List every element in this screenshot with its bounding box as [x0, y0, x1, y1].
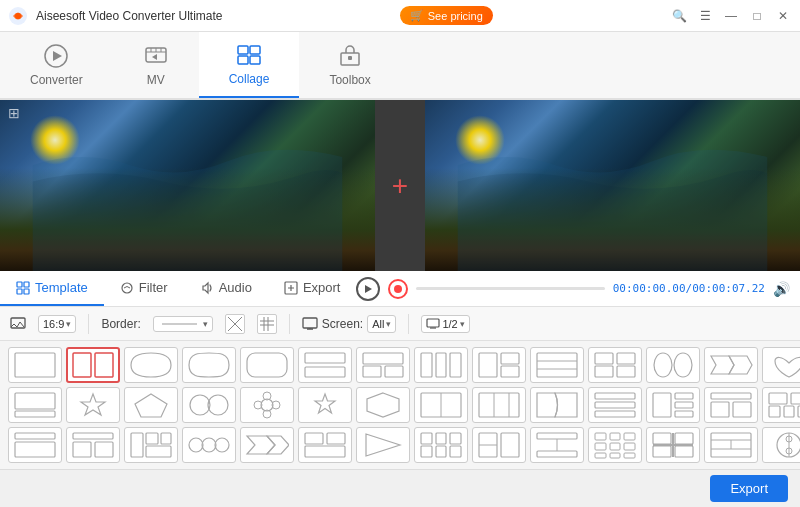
svg-point-1: [15, 13, 21, 19]
template-curved-1[interactable]: [124, 347, 178, 383]
svg-rect-101: [450, 446, 461, 457]
template-rounded-1[interactable]: [240, 347, 294, 383]
bottom-panel: Template Filter Audio Export: [0, 271, 800, 507]
svg-rect-98: [450, 433, 461, 444]
pattern-btn-1[interactable]: [225, 314, 245, 334]
template-yin-yang[interactable]: [762, 427, 800, 463]
template-three-alt[interactable]: [704, 427, 758, 463]
border-label: Border:: [101, 317, 140, 331]
title-bar-left: Aiseesoft Video Converter Ultimate: [8, 6, 223, 26]
template-mixed-2[interactable]: [704, 387, 758, 423]
screen-icon: [302, 317, 318, 331]
template-three-v[interactable]: [414, 347, 468, 383]
screen-select[interactable]: All ▾: [367, 315, 396, 333]
pricing-icon: 🛒: [410, 9, 424, 22]
title-bar-right: 🔍 ☰ — □ ✕: [670, 7, 792, 25]
template-two-vertical[interactable]: [66, 347, 120, 383]
timeline-bar[interactable]: [416, 287, 604, 290]
template-side-split[interactable]: [472, 347, 526, 383]
ctrl-tab-template[interactable]: Template: [0, 271, 104, 306]
template-mixed-1[interactable]: [646, 387, 700, 423]
main-content: ⊞ + Template Filter: [0, 100, 800, 507]
play-button[interactable]: [356, 277, 380, 301]
template-v-mixed[interactable]: [472, 427, 526, 463]
template-play-arrow[interactable]: [356, 427, 410, 463]
tab-mv[interactable]: MV: [113, 32, 199, 98]
search-button[interactable]: 🔍: [670, 7, 688, 25]
template-three-split[interactable]: [66, 427, 120, 463]
svg-rect-119: [653, 446, 671, 457]
template-wave-split[interactable]: [530, 387, 584, 423]
template-badge[interactable]: [356, 387, 410, 423]
svg-rect-116: [624, 453, 635, 458]
ctrl-tab-filter[interactable]: Filter: [104, 271, 184, 306]
template-oval-h[interactable]: [646, 347, 700, 383]
menu-button[interactable]: ☰: [696, 7, 714, 25]
tab-toolbox[interactable]: Toolbox: [299, 32, 400, 98]
svg-rect-14: [24, 289, 29, 294]
close-button[interactable]: ✕: [774, 7, 792, 25]
ctrl-tab-export[interactable]: Export: [268, 271, 357, 306]
export-button[interactable]: Export: [710, 475, 788, 502]
minimize-button[interactable]: —: [722, 7, 740, 25]
template-arrow-right[interactable]: [240, 427, 294, 463]
svg-rect-51: [15, 393, 55, 409]
template-heart[interactable]: [762, 347, 800, 383]
template-arrow-shape[interactable]: [704, 347, 758, 383]
svg-rect-28: [73, 353, 91, 377]
svg-rect-41: [501, 366, 519, 377]
ctrl-tab-audio[interactable]: Audio: [184, 271, 268, 306]
template-circles-three[interactable]: [182, 427, 236, 463]
pattern-btn-2[interactable]: [257, 314, 277, 334]
svg-rect-117: [653, 433, 671, 444]
tab-converter[interactable]: Converter: [0, 32, 113, 98]
volume-icon[interactable]: 🔊: [773, 281, 790, 297]
template-side-small[interactable]: [124, 427, 178, 463]
svg-rect-34: [363, 366, 381, 377]
svg-rect-47: [595, 366, 613, 377]
border-style-select[interactable]: ▾: [153, 316, 213, 332]
title-bar-center: 🛒 See pricing: [400, 6, 493, 25]
template-three-rows[interactable]: [588, 387, 642, 423]
template-grid-h-lines[interactable]: [530, 347, 584, 383]
template-grid-six[interactable]: [472, 387, 526, 423]
aspect-ratio-select[interactable]: 16:9 ▾: [38, 315, 76, 333]
template-dumbbell[interactable]: [530, 427, 584, 463]
tab-collage[interactable]: Collage: [199, 32, 300, 98]
svg-marker-95: [366, 434, 400, 456]
divider-3: [408, 314, 409, 334]
template-nine[interactable]: [588, 427, 642, 463]
template-big-plus[interactable]: [646, 427, 700, 463]
aspect-ratio-icon: [10, 316, 26, 332]
template-single[interactable]: [8, 347, 62, 383]
template-two-h[interactable]: [298, 347, 352, 383]
template-split-h[interactable]: [356, 347, 410, 383]
template-circle-two[interactable]: [182, 387, 236, 423]
template-grid-four-equal[interactable]: [298, 427, 352, 463]
svg-rect-77: [769, 406, 780, 417]
svg-rect-81: [15, 442, 55, 457]
svg-rect-84: [95, 442, 113, 457]
template-banner-bottom[interactable]: [8, 387, 62, 423]
svg-rect-35: [385, 366, 403, 377]
svg-marker-17: [365, 285, 372, 293]
template-cross[interactable]: [414, 387, 468, 423]
template-four[interactable]: [588, 347, 642, 383]
template-curved-2[interactable]: [182, 347, 236, 383]
svg-point-15: [122, 283, 132, 293]
title-bar: Aiseesoft Video Converter Ultimate 🛒 See…: [0, 0, 800, 32]
see-pricing-button[interactable]: 🛒 See pricing: [400, 6, 493, 25]
display-ratio-select[interactable]: 1/2 ▾: [421, 315, 469, 333]
template-flower[interactable]: [240, 387, 294, 423]
maximize-button[interactable]: □: [748, 7, 766, 25]
template-star-five[interactable]: [298, 387, 352, 423]
template-five[interactable]: [762, 387, 800, 423]
template-banner-top[interactable]: [8, 427, 62, 463]
svg-rect-36: [421, 353, 432, 377]
template-six-grid[interactable]: [414, 427, 468, 463]
template-star[interactable]: [66, 387, 120, 423]
svg-rect-31: [305, 353, 345, 363]
template-pentagon[interactable]: [124, 387, 178, 423]
add-clip-button[interactable]: +: [392, 170, 408, 202]
stop-button[interactable]: [388, 279, 408, 299]
